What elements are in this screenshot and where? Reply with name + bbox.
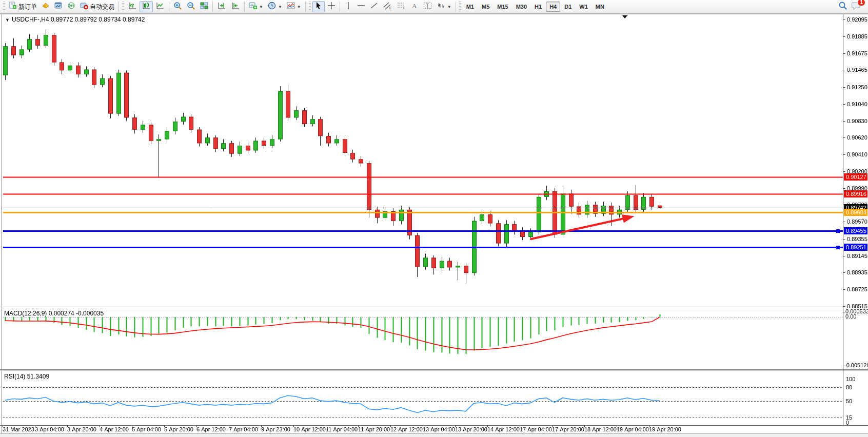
auto-trading-button[interactable]: 自动交易	[78, 1, 116, 12]
signals-icon	[67, 2, 75, 12]
crosshair-button[interactable]	[325, 1, 338, 12]
trading-terminal-window: 新订单 自动交易	[0, 0, 868, 437]
auto-trading-icon	[80, 2, 88, 12]
timeframe-button-M15[interactable]: M15	[494, 2, 511, 12]
new-order-icon	[9, 2, 17, 12]
cursor-icon	[315, 2, 322, 12]
svg-text:T: T	[426, 3, 429, 9]
toolbar-separator	[305, 2, 306, 12]
timeframe-bar: M1M5M15M30H1H4D1W1MN	[463, 2, 608, 12]
charts-window-button[interactable]	[52, 1, 65, 12]
vertical-line-icon	[345, 2, 351, 12]
market-watch-icon	[42, 2, 50, 12]
line-chart-icon	[155, 2, 165, 12]
svg-text:A: A	[412, 2, 417, 10]
trendline-icon	[370, 2, 378, 12]
equidistant-channel-button[interactable]: E	[381, 1, 394, 12]
timeframe-button-H4[interactable]: H4	[546, 2, 560, 12]
period-clock-icon	[268, 2, 276, 12]
toolbar-separator	[244, 2, 245, 12]
dropdown-caret-icon: ▼	[297, 5, 301, 9]
shift-chart-button[interactable]	[215, 1, 228, 12]
arrows-dropdown-button[interactable]: ▼	[435, 1, 453, 12]
toolbar-separator	[169, 2, 169, 12]
dropdown-caret-icon: ▼	[259, 5, 263, 9]
new-chart-icon	[249, 2, 257, 12]
period-dropdown-button[interactable]: ▼	[266, 1, 284, 12]
text-label-icon: T	[423, 2, 432, 12]
equidistant-channel-icon: E	[383, 2, 392, 12]
toolbar-grip	[122, 2, 124, 12]
search-icon[interactable]	[838, 1, 847, 12]
cursor-button[interactable]	[312, 1, 325, 12]
tile-windows-button[interactable]	[198, 1, 210, 12]
macd-indicator-label: MACD(12,26,9) 0.000274 -0.000035	[4, 310, 104, 317]
text-icon: A	[411, 2, 418, 12]
auto-scroll-button[interactable]	[229, 1, 242, 12]
chat-button[interactable]: 1	[852, 1, 862, 12]
timeframe-button-W1[interactable]: W1	[576, 2, 591, 12]
toolbar-grip	[309, 2, 311, 12]
new-order-button[interactable]: 新订单	[7, 1, 39, 12]
timeframe-button-M30[interactable]: M30	[512, 2, 530, 12]
dropdown-caret-icon: ▼	[447, 5, 451, 9]
svg-text:E: E	[389, 6, 392, 10]
auto-trading-label: 自动交易	[90, 3, 114, 11]
toolbar-grip	[459, 2, 461, 12]
indicators-dropdown-button[interactable]: ▼	[285, 1, 303, 12]
charts-window-icon	[54, 2, 63, 12]
bar-chart-button[interactable]	[126, 1, 139, 12]
auto-scroll-icon	[231, 2, 240, 12]
trendline-button[interactable]	[368, 1, 380, 12]
vertical-line-button[interactable]	[342, 1, 354, 12]
timeframe-button-MN[interactable]: MN	[592, 2, 608, 12]
new-order-label: 新订单	[18, 3, 37, 11]
fibonacci-icon: F	[397, 2, 406, 12]
horizontal-line-icon	[357, 2, 365, 11]
candlestick-chart-icon	[142, 2, 151, 12]
text-label-button[interactable]: T	[421, 1, 435, 12]
toolbar-separator	[119, 2, 119, 12]
arrows-icon	[437, 2, 445, 12]
tile-windows-icon	[200, 2, 208, 12]
signals-button[interactable]	[65, 1, 77, 12]
toolbar-separator	[340, 2, 340, 12]
rsi-indicator-label: RSI(14) 51.3409	[4, 373, 49, 380]
timeframe-button-H1[interactable]: H1	[531, 2, 545, 12]
fibonacci-button[interactable]: F	[394, 1, 408, 12]
toolbar-separator	[456, 2, 456, 12]
chat-unread-badge: 1	[857, 0, 865, 6]
toolbar: 新订单 自动交易	[0, 0, 868, 14]
dropdown-caret-icon: ▼	[278, 5, 282, 9]
shift-chart-icon	[217, 2, 226, 12]
crosshair-icon	[327, 2, 336, 12]
new-chart-dropdown-button[interactable]: ▼	[247, 1, 265, 12]
line-chart-button[interactable]	[153, 1, 167, 12]
chart-canvas[interactable]	[0, 0, 868, 437]
zoom-out-icon	[187, 2, 195, 12]
zoom-out-button[interactable]	[185, 1, 198, 12]
market-watch-button[interactable]	[40, 1, 52, 12]
chart-title-text: USDCHF-,H4 0.89772 0.89792 0.89734 0.897…	[12, 16, 145, 23]
toolbar-separator	[212, 2, 213, 12]
horizontal-line-button[interactable]	[355, 1, 367, 12]
bar-chart-icon	[128, 2, 137, 12]
zoom-in-icon	[173, 2, 182, 12]
svg-text:F: F	[403, 6, 405, 10]
collapse-arrow-icon[interactable]: ▼	[5, 17, 10, 23]
toolbar-grip	[3, 2, 5, 12]
zoom-in-button[interactable]	[171, 1, 184, 12]
chart-title[interactable]: ▼USDCHF-,H4 0.89772 0.89792 0.89734 0.89…	[5, 16, 145, 23]
indicators-icon	[287, 2, 295, 12]
timeframe-button-M5[interactable]: M5	[478, 2, 493, 12]
text-button[interactable]: A	[408, 1, 421, 12]
timeframe-button-M1[interactable]: M1	[463, 2, 478, 12]
candlestick-chart-button[interactable]	[140, 1, 153, 12]
timeframe-button-D1[interactable]: D1	[561, 2, 575, 12]
